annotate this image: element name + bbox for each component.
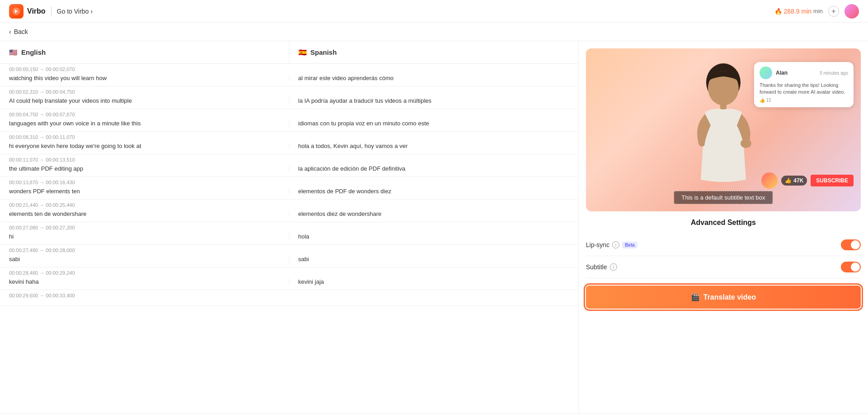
- go-to-virbo-link[interactable]: Go to Virbo ›: [57, 8, 93, 15]
- comment-header: Alan 5 minutes ago: [760, 67, 848, 79]
- advanced-settings: Advanced Settings Lip-sync i Beta Subtit…: [586, 219, 861, 309]
- lip-sync-setting: Lip-sync i Beta: [586, 234, 861, 256]
- subtitle-setting: Subtitle i: [586, 256, 861, 278]
- video-preview: Alan 5 minutes ago Thanks for sharing th…: [586, 48, 861, 211]
- spanish-text: elementos diez de wondershare: [289, 210, 579, 217]
- subtitle-row: 00:00:29,600 → 00:00:33,400: [0, 290, 578, 306]
- spanish-text: kevini jaja: [289, 278, 579, 285]
- credits-display: 🔥 288.9 min min: [774, 8, 823, 15]
- text-cols: languages with your own voice in a minut…: [0, 118, 578, 131]
- lip-sync-toggle[interactable]: [841, 239, 861, 250]
- translate-icon: 🎬: [691, 293, 700, 301]
- back-chevron-icon: ‹: [9, 28, 11, 35]
- spanish-text: la IA podría ayudar a traducir tus video…: [289, 97, 579, 104]
- bottom-bar: ⬇ Download SRT ←: [0, 413, 868, 415]
- translate-label: Translate video: [703, 293, 756, 301]
- back-bar: ‹ Back: [0, 23, 868, 41]
- comment-avatar: [760, 67, 772, 79]
- comment-bubble: Alan 5 minutes ago Thanks for sharing th…: [754, 62, 854, 107]
- lip-sync-label-group: Lip-sync i Beta: [586, 241, 637, 248]
- english-text: sabi: [0, 256, 289, 262]
- video-subtitle-text: This is a default subtitle text box: [674, 191, 773, 204]
- english-text: the ultimate PDF editing app: [0, 165, 289, 172]
- subtitle-label: Subtitle: [586, 263, 607, 271]
- lip-sync-label: Lip-sync: [586, 241, 609, 248]
- subtitle-row: 00:00:00,150 → 00:00:02,070 watching thi…: [0, 64, 578, 86]
- like-count: 👍 47K: [781, 176, 807, 186]
- spanish-text: elementos de PDF de wonders diez: [289, 188, 579, 195]
- english-text: AI could help translate your videos into…: [0, 97, 289, 104]
- subscribe-button[interactable]: SUBSCRIBE: [811, 175, 854, 186]
- channel-avatar: [761, 172, 778, 189]
- lip-sync-info-icon[interactable]: i: [612, 241, 619, 248]
- target-language-label: Spanish: [311, 48, 337, 56]
- text-cols: hi everyone kevin here today we're going…: [0, 141, 578, 154]
- text-cols: elements ten de wondershare elementos di…: [0, 209, 578, 222]
- logo-text: Virbo: [27, 7, 46, 15]
- text-cols: sabi sabi: [0, 254, 578, 267]
- flame-icon: 🔥: [774, 8, 782, 15]
- source-language-header: 🇺🇸 English: [0, 41, 289, 63]
- english-flag-icon: 🇺🇸: [9, 48, 18, 57]
- subtitle-row: 00:00:02,310 → 00:00:04,750 AI could hel…: [0, 86, 578, 109]
- spanish-text: al mirar este video aprenderás cómo: [289, 75, 579, 81]
- comment-text: Thanks for sharing the tips! Looking for…: [760, 82, 848, 96]
- time-bar: 00:00:21,440 → 00:00:25,440: [0, 200, 578, 209]
- back-button[interactable]: ‹ Back: [9, 28, 859, 35]
- text-cols: the ultimate PDF editing app la aplicaci…: [0, 163, 578, 176]
- add-credits-button[interactable]: +: [828, 6, 839, 17]
- spanish-flag-icon: 🇪🇸: [298, 48, 307, 57]
- english-text: kevini haha: [0, 278, 289, 285]
- target-language-header: 🇪🇸 Spanish: [289, 41, 579, 63]
- logo-area: Virbo: [9, 4, 46, 19]
- svg-point-4: [741, 139, 751, 148]
- english-text: elements ten de wondershare: [0, 210, 289, 217]
- english-text: watching this video you will learn how: [0, 75, 289, 81]
- comment-likes: 👍 15: [760, 98, 848, 103]
- user-avatar[interactable]: [844, 4, 859, 19]
- subtitle-toggle[interactable]: [841, 262, 861, 272]
- time-bar: 00:00:02,310 → 00:00:04,750: [0, 86, 578, 95]
- comment-time: 5 minutes ago: [820, 71, 848, 76]
- language-headers: 🇺🇸 English 🇪🇸 Spanish: [0, 41, 578, 64]
- advanced-settings-title: Advanced Settings: [586, 219, 861, 227]
- header-left: Virbo Go to Virbo ›: [9, 4, 93, 19]
- time-bar: 00:00:13,870 → 00:00:16,430: [0, 177, 578, 186]
- main-content: 🇺🇸 English 🇪🇸 Spanish 00:00:00,150 → 00:…: [0, 41, 868, 413]
- text-cols: AI could help translate your videos into…: [0, 95, 578, 109]
- subtitle-label-group: Subtitle i: [586, 263, 617, 271]
- time-bar: 00:00:29,600 → 00:00:33,400: [0, 290, 578, 299]
- time-bar: 00:00:11,070 → 00:00:13,510: [0, 154, 578, 163]
- time-bar: 00:00:04,750 → 00:00:07,670: [0, 109, 578, 118]
- left-panel: 🇺🇸 English 🇪🇸 Spanish 00:00:00,150 → 00:…: [0, 41, 579, 413]
- english-text: wonders PDF elements ten: [0, 188, 289, 195]
- subtitle-row: 00:00:04,750 → 00:00:07,670 languages wi…: [0, 109, 578, 132]
- header-divider: [51, 7, 52, 16]
- virbo-logo-icon: [9, 4, 24, 19]
- spanish-text: hola: [289, 233, 579, 240]
- source-language-label: English: [21, 48, 46, 56]
- header: Virbo Go to Virbo › 🔥 288.9 min min +: [0, 0, 868, 23]
- right-panel: Alan 5 minutes ago Thanks for sharing th…: [579, 41, 868, 413]
- subtitle-row: 00:00:27,480 → 00:00:28,000 sabi sabi: [0, 245, 578, 267]
- text-cols: hi hola: [0, 231, 578, 244]
- english-text: languages with your own voice in a minut…: [0, 120, 289, 127]
- subtitle-list: 00:00:00,150 → 00:00:02,070 watching thi…: [0, 64, 578, 413]
- spanish-text: hola a todos, Kevin aquí, hoy vamos a ve…: [289, 143, 579, 149]
- time-bar: 00:00:27,480 → 00:00:28,000: [0, 245, 578, 254]
- translate-video-button[interactable]: 🎬 Translate video: [586, 286, 861, 309]
- time-bar: 00:00:27,080 → 00:00:27,200: [0, 222, 578, 231]
- spanish-text: la aplicación de edición de PDF definiti…: [289, 165, 579, 172]
- english-text: hi: [0, 233, 289, 240]
- spanish-text: idiomas con tu propia voz en un minuto c…: [289, 120, 579, 127]
- time-bar: 00:00:08,310 → 00:00:11,070: [0, 132, 578, 141]
- subtitle-row: 00:00:21,440 → 00:00:25,440 elements ten…: [0, 200, 578, 222]
- beta-badge: Beta: [622, 242, 637, 248]
- time-bar: 00:00:28,480 → 00:00:29,240: [0, 267, 578, 277]
- subtitle-info-icon[interactable]: i: [610, 263, 617, 271]
- text-cols: watching this video you will learn how a…: [0, 73, 578, 86]
- subtitle-row: 00:00:13,870 → 00:00:16,430 wonders PDF …: [0, 177, 578, 200]
- text-cols: wonders PDF elements ten elementos de PD…: [0, 186, 578, 199]
- text-cols: kevini haha kevini jaja: [0, 277, 578, 290]
- subtitle-row: 00:00:11,070 → 00:00:13,510 the ultimate…: [0, 154, 578, 177]
